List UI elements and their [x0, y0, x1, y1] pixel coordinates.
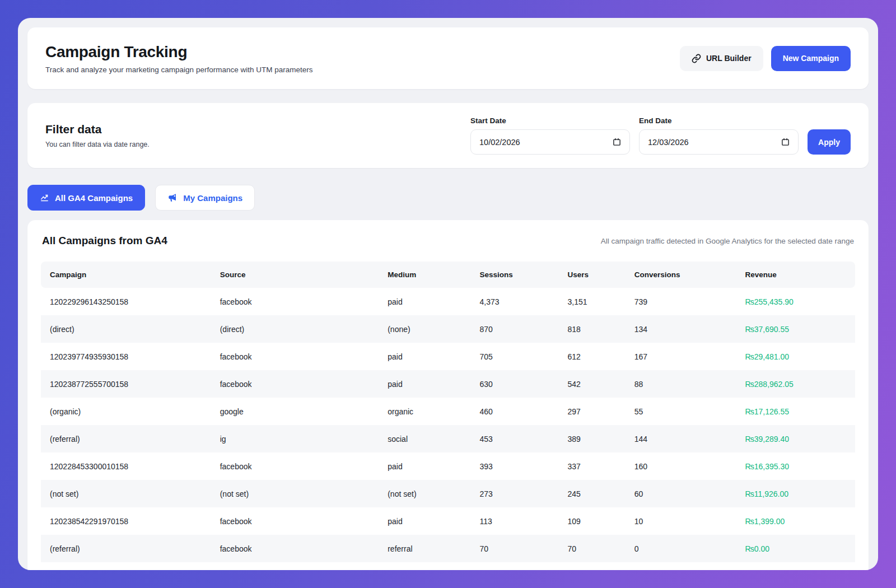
- calendar-icon[interactable]: [613, 138, 621, 146]
- calendar-icon[interactable]: [781, 138, 790, 146]
- url-builder-label: URL Builder: [706, 54, 752, 63]
- filter-controls: Start Date End Date: [470, 116, 851, 155]
- cell-medium: social: [382, 425, 474, 452]
- cell-revenue: ₨39,289.40: [739, 425, 855, 452]
- column-header-campaign: Campaign: [41, 262, 214, 288]
- table-row[interactable]: 120228453300010158 facebook paid 393 337…: [41, 452, 855, 480]
- table-row[interactable]: (referral) facebook referral 70 70 0 ₨0.…: [41, 535, 855, 562]
- column-header-revenue: Revenue: [739, 262, 855, 288]
- cell-source: facebook: [214, 452, 382, 480]
- end-date-label: End Date: [639, 116, 799, 125]
- cell-revenue: ₨17,126.55: [739, 398, 855, 425]
- cell-revenue: ₨37,690.55: [739, 315, 855, 343]
- cell-campaign: 120229296143250158: [41, 288, 214, 315]
- cell-users: 3,151: [562, 288, 629, 315]
- apply-button[interactable]: Apply: [808, 129, 851, 155]
- campaign-table-body: 120229296143250158 facebook paid 4,373 3…: [41, 288, 855, 562]
- cell-campaign: 120238772555700158: [41, 370, 214, 398]
- cell-users: 818: [562, 315, 629, 343]
- filter-title: Filter data: [45, 123, 150, 136]
- tab-label: My Campaigns: [183, 193, 242, 203]
- cell-sessions: 4,373: [474, 288, 562, 315]
- apply-label: Apply: [818, 138, 840, 147]
- cell-source: (direct): [214, 315, 382, 343]
- cell-users: 542: [562, 370, 629, 398]
- column-header-row: Campaign Source Medium Sessions Users Co…: [41, 262, 855, 288]
- cell-source: google: [214, 398, 382, 425]
- cell-medium: paid: [382, 288, 474, 315]
- cell-medium: paid: [382, 370, 474, 398]
- table-row[interactable]: 120229296143250158 facebook paid 4,373 3…: [41, 288, 855, 315]
- table-row[interactable]: 120239774935930158 facebook paid 705 612…: [41, 343, 855, 370]
- table-row[interactable]: 120238772555700158 facebook paid 630 542…: [41, 370, 855, 398]
- cell-campaign: 120228453300010158: [41, 452, 214, 480]
- column-header-medium: Medium: [382, 262, 474, 288]
- tab-label: All GA4 Campaigns: [55, 193, 133, 203]
- column-header-conversions: Conversions: [629, 262, 740, 288]
- cell-revenue: ₨255,435.90: [739, 288, 855, 315]
- cell-medium: (not set): [382, 480, 474, 507]
- cell-users: 389: [562, 425, 629, 452]
- table-note: All campaign traffic detected in Google …: [601, 237, 854, 245]
- cell-users: 337: [562, 452, 629, 480]
- new-campaign-label: New Campaign: [783, 54, 839, 63]
- cell-campaign: 120239774935930158: [41, 343, 214, 370]
- table-row[interactable]: (referral) ig social 453 389 144 ₨39,289…: [41, 425, 855, 452]
- cell-campaign: (not set): [41, 480, 214, 507]
- cell-users: 612: [562, 343, 629, 370]
- page-header: Campaign Tracking Track and analyze your…: [27, 27, 869, 89]
- table-row[interactable]: (not set) (not set) (not set) 273 245 60…: [41, 480, 855, 507]
- cell-source: facebook: [214, 370, 382, 398]
- end-date-field[interactable]: [639, 129, 799, 155]
- cell-conversions: 10: [629, 507, 740, 535]
- table-row[interactable]: 120238542291970158 facebook paid 113 109…: [41, 507, 855, 535]
- cell-sessions: 630: [474, 370, 562, 398]
- tab-all-ga4-campaigns[interactable]: All GA4 Campaigns: [27, 185, 145, 211]
- start-date-input[interactable]: [479, 138, 569, 147]
- new-campaign-button[interactable]: New Campaign: [771, 46, 851, 71]
- cell-revenue: ₨288,962.05: [739, 370, 855, 398]
- cell-users: 109: [562, 507, 629, 535]
- cell-conversions: 134: [629, 315, 740, 343]
- campaigns-table-card: All Campaigns from GA4 All campaign traf…: [27, 220, 869, 570]
- cell-conversions: 55: [629, 398, 740, 425]
- cell-source: ig: [214, 425, 382, 452]
- cell-conversions: 144: [629, 425, 740, 452]
- cell-revenue: ₨0.00: [739, 535, 855, 562]
- cell-revenue: ₨29,481.00: [739, 343, 855, 370]
- table-row[interactable]: (organic) google organic 460 297 55 ₨17,…: [41, 398, 855, 425]
- cell-sessions: 705: [474, 343, 562, 370]
- column-header-users: Users: [562, 262, 629, 288]
- cell-source: facebook: [214, 343, 382, 370]
- filter-section: Filter data You can filter data via date…: [27, 103, 869, 168]
- cell-medium: paid: [382, 343, 474, 370]
- cell-users: 297: [562, 398, 629, 425]
- cell-campaign: 120238542291970158: [41, 507, 214, 535]
- cell-sessions: 460: [474, 398, 562, 425]
- url-builder-button[interactable]: URL Builder: [680, 46, 763, 71]
- cell-campaign: (organic): [41, 398, 214, 425]
- end-date-input[interactable]: [648, 138, 738, 147]
- page-title: Campaign Tracking: [45, 43, 312, 61]
- tab-my-campaigns[interactable]: My Campaigns: [155, 185, 255, 211]
- cell-source: (not set): [214, 480, 382, 507]
- header-actions: URL Builder New Campaign: [680, 46, 851, 71]
- end-date-group: End Date: [639, 116, 799, 155]
- cell-source: facebook: [214, 507, 382, 535]
- link-icon: [692, 54, 701, 63]
- cell-medium: (none): [382, 315, 474, 343]
- start-date-field[interactable]: [470, 129, 630, 155]
- table-row[interactable]: (direct) (direct) (none) 870 818 134 ₨37…: [41, 315, 855, 343]
- cell-revenue: ₨11,926.00: [739, 480, 855, 507]
- filter-subtitle: You can filter data via date range.: [45, 141, 150, 148]
- cell-users: 245: [562, 480, 629, 507]
- cell-users: 70: [562, 535, 629, 562]
- cell-sessions: 393: [474, 452, 562, 480]
- cell-sessions: 453: [474, 425, 562, 452]
- cell-campaign: (referral): [41, 425, 214, 452]
- chart-line-icon: [40, 193, 49, 203]
- cell-campaign: (referral): [41, 535, 214, 562]
- cell-campaign: (direct): [41, 315, 214, 343]
- page-header-text: Campaign Tracking Track and analyze your…: [45, 43, 312, 74]
- cell-sessions: 273: [474, 480, 562, 507]
